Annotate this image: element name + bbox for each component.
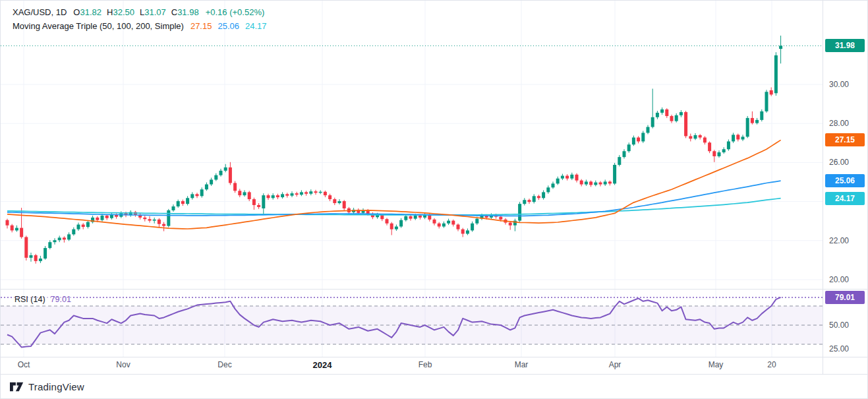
rsi-axis-badge: 79.01: [825, 291, 865, 304]
rsi-tick-label: 25.00: [829, 344, 849, 353]
indicator-values: 27.1525.0624.17: [190, 21, 273, 31]
rsi-value: 79.01: [51, 295, 71, 304]
price-tick-label: 26.00: [829, 158, 849, 167]
ma-value: 25.06: [217, 21, 239, 31]
chart-canvas[interactable]: [1, 1, 868, 399]
time-tick-label: Feb: [419, 360, 432, 369]
ohlc-item: L31.07: [140, 7, 166, 17]
chart-container[interactable]: XAG/USD, 1D O31.82H32.50L31.07C31.98 +0.…: [0, 0, 868, 399]
change-value: +0.16 (+0.52%): [206, 7, 265, 17]
legend: XAG/USD, 1D O31.82H32.50L31.07C31.98 +0.…: [13, 5, 273, 33]
time-tick-label: 2024: [313, 360, 332, 370]
price-tick-label: 28.00: [829, 119, 849, 128]
time-tick-label: Nov: [116, 360, 130, 369]
time-tick-label: 20: [767, 360, 776, 369]
price-axis-badge: 31.98: [825, 39, 865, 52]
time-tick-label: Apr: [609, 360, 622, 369]
price-tick-label: 22.00: [829, 236, 849, 245]
ohlc-values: O31.82H32.50L31.07C31.98: [73, 7, 204, 17]
time-tick-label: May: [709, 360, 724, 369]
ohlc-item: O31.82: [73, 7, 101, 17]
ohlc-item: H32.50: [107, 7, 134, 17]
tradingview-logo[interactable]: TradingView: [10, 381, 84, 392]
price-tick-label: 30.00: [829, 80, 849, 89]
legend-indicator-row[interactable]: Moving Average Triple (50, 100, 200, Sim…: [13, 19, 273, 33]
tradingview-logo-text: TradingView: [28, 381, 84, 392]
tradingview-logo-icon: [10, 381, 24, 392]
price-axis-badge: 24.17: [825, 192, 865, 205]
legend-symbol-row[interactable]: XAG/USD, 1D O31.82H32.50L31.07C31.98 +0.…: [13, 5, 273, 19]
rsi-title[interactable]: RSI (14): [14, 295, 45, 304]
price-axis-badge: 27.15: [825, 133, 865, 146]
price-axis-badge: 25.06: [825, 174, 865, 187]
rsi-tick-label: 50.00: [829, 321, 849, 330]
indicator-title[interactable]: Moving Average Triple (50, 100, 200, Sim…: [13, 21, 184, 31]
candles-layer: [6, 36, 783, 264]
symbol-title[interactable]: XAG/USD, 1D: [13, 7, 67, 17]
time-axis[interactable]: [1, 357, 868, 374]
time-tick-label: Dec: [217, 360, 231, 369]
time-tick-label: Oct: [18, 360, 30, 369]
rsi-legend-row[interactable]: RSI (14) 79.01: [13, 295, 73, 304]
price-tick-label: 20.00: [829, 275, 849, 284]
ohlc-item: C31.98: [171, 7, 199, 17]
ma-value: 24.17: [245, 21, 267, 31]
ma-value: 27.15: [190, 21, 212, 31]
time-tick-label: Mar: [515, 360, 529, 369]
